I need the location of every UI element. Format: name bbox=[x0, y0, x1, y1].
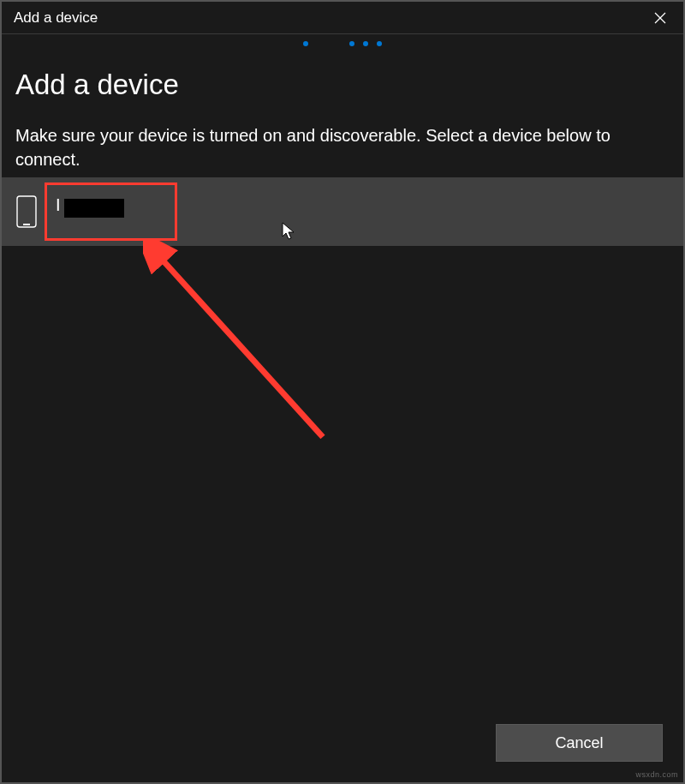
progress-dot bbox=[377, 41, 382, 46]
svg-line-4 bbox=[157, 254, 323, 437]
page-title: Add a device bbox=[15, 69, 670, 101]
annotation-highlight: I bbox=[45, 183, 177, 241]
close-icon bbox=[654, 12, 666, 24]
redacted-text bbox=[64, 199, 124, 218]
device-name-label: I bbox=[56, 195, 61, 215]
progress-dot bbox=[349, 41, 354, 46]
page-subtitle: Make sure your device is turned on and d… bbox=[15, 123, 670, 171]
cancel-button[interactable]: Cancel bbox=[496, 724, 663, 762]
window-titlebar: Add a device bbox=[2, 2, 683, 34]
window-title: Add a device bbox=[14, 9, 98, 27]
annotation-arrow-icon bbox=[143, 240, 340, 458]
progress-indicator bbox=[303, 41, 382, 46]
device-list-item[interactable]: I bbox=[2, 177, 683, 246]
dialog-content: Add a device Make sure your device is tu… bbox=[2, 34, 683, 171]
svg-rect-2 bbox=[17, 196, 36, 227]
cancel-button-label: Cancel bbox=[555, 734, 603, 752]
progress-dot bbox=[363, 41, 368, 46]
watermark-text: wsxdn.com bbox=[635, 770, 678, 779]
progress-dot bbox=[303, 41, 308, 46]
phone-icon bbox=[15, 195, 38, 229]
close-button[interactable] bbox=[640, 3, 680, 33]
